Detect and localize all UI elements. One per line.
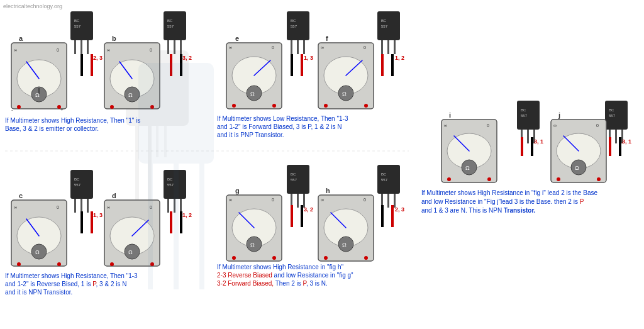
- meter-f: ∞ 0 Ω: [318, 43, 374, 109]
- svg-point-70: [364, 104, 368, 108]
- probe-e-black: [291, 54, 293, 76]
- svg-rect-162: [138, 63, 214, 164]
- svg-text:∞: ∞: [553, 123, 557, 128]
- svg-text:Ω: Ω: [250, 242, 255, 248]
- svg-rect-121: [394, 194, 396, 208]
- meter-e: ∞ 0 Ω: [226, 43, 282, 109]
- svg-rect-163: [148, 164, 153, 289]
- svg-text:0: 0: [364, 198, 366, 202]
- svg-text:557: 557: [167, 183, 174, 187]
- probe-i-red: [521, 137, 523, 156]
- svg-rect-74: [74, 199, 76, 213]
- svg-text:Ω: Ω: [128, 249, 133, 255]
- caption-gh: If Multimeter shows High Resistance in "…: [217, 264, 355, 287]
- svg-rect-75: [80, 199, 82, 213]
- probe-c-black: [80, 211, 83, 233]
- svg-text:∞: ∞: [321, 45, 324, 50]
- fig-label-j: j: [558, 111, 560, 119]
- fig-label-c: c: [19, 192, 23, 199]
- fig-label-d: d: [112, 192, 116, 199]
- probe-a-black: [80, 54, 83, 76]
- svg-text:0: 0: [596, 123, 599, 128]
- probe-g-black: [301, 205, 303, 227]
- svg-point-130: [364, 256, 368, 260]
- svg-rect-164: [174, 164, 179, 289]
- main-diagram: BC 557 ∞ 0 Ω - + 2, 3 a If Multimeter sh…: [0, 0, 644, 329]
- svg-text:Ω: Ω: [575, 165, 579, 171]
- svg-text:Ω: Ω: [465, 165, 470, 171]
- svg-text:Ω: Ω: [35, 249, 40, 255]
- svg-rect-59: [381, 40, 383, 54]
- svg-point-129: [324, 256, 328, 260]
- transistor-c: BC 557: [70, 170, 93, 213]
- svg-rect-106: [303, 194, 305, 208]
- fig-label-a: a: [19, 35, 23, 42]
- svg-rect-105: [297, 194, 299, 208]
- svg-rect-150: [615, 130, 617, 143]
- fig-label-e: e: [235, 35, 239, 42]
- meter-i: ∞ 0 Ω: [441, 120, 497, 182]
- transistor-a: BC 557: [70, 11, 93, 54]
- svg-text:0: 0: [272, 198, 274, 202]
- svg-text:BC: BC: [291, 172, 296, 176]
- label-g: 3, 2: [304, 206, 313, 213]
- svg-point-114: [232, 256, 236, 260]
- svg-text:BC: BC: [167, 19, 173, 23]
- svg-text:0: 0: [272, 45, 274, 50]
- svg-text:+: +: [60, 107, 64, 113]
- fig-label-b: b: [112, 35, 116, 42]
- transistor-e: BC 557: [287, 11, 309, 54]
- transistor-f: BC 557: [377, 11, 400, 54]
- fig-label-i: i: [449, 111, 451, 119]
- svg-text:∞: ∞: [229, 45, 232, 50]
- meter-h: ∞ 0 Ω: [318, 195, 374, 261]
- svg-rect-165: [199, 164, 204, 289]
- meter-c: ∞ 0 Ω: [11, 200, 67, 266]
- svg-text:∞: ∞: [229, 198, 232, 202]
- transistor-j: BC 557: [605, 101, 628, 143]
- svg-text:Ω: Ω: [342, 91, 347, 97]
- svg-point-145: [487, 177, 491, 181]
- svg-rect-60: [387, 40, 389, 54]
- probe-h-black: [381, 205, 384, 227]
- svg-rect-13: [87, 40, 89, 54]
- svg-text:BC: BC: [74, 19, 80, 23]
- svg-rect-135: [527, 130, 529, 143]
- meter-a: ∞ 0 Ω - +: [11, 43, 67, 113]
- svg-rect-29: [167, 40, 169, 54]
- svg-text:∞: ∞: [321, 198, 324, 202]
- svg-text:0: 0: [57, 205, 59, 209]
- label-d: 1, 2: [182, 212, 192, 218]
- probe-j-black: [619, 137, 621, 156]
- svg-text:557: 557: [291, 25, 297, 28]
- svg-text:557: 557: [521, 114, 528, 118]
- svg-point-39: [110, 105, 114, 109]
- svg-rect-45: [297, 40, 299, 54]
- svg-point-84: [17, 262, 21, 266]
- meter-g: ∞ 0 Ω: [226, 195, 282, 261]
- probe-e-red: [301, 54, 303, 76]
- caption-ij: If Multimeter shows High Resistance in "…: [421, 189, 599, 214]
- label-j: 3, 1: [622, 138, 631, 145]
- svg-rect-12: [80, 40, 82, 54]
- fig-label-h: h: [326, 187, 330, 194]
- probe-h-red: [391, 205, 394, 227]
- svg-text:∞: ∞: [107, 48, 110, 52]
- probe-g-red: [291, 205, 293, 227]
- svg-text:∞: ∞: [14, 205, 17, 209]
- label-c: 1, 3: [93, 212, 103, 218]
- label-a-red: 2, 3: [93, 55, 103, 61]
- probe-f-black: [391, 54, 394, 76]
- svg-rect-76: [87, 199, 89, 213]
- label-i: 3, 1: [534, 138, 543, 145]
- svg-point-54: [232, 104, 236, 108]
- transistor-i: BC 557: [517, 101, 540, 143]
- probe-i-black: [531, 137, 533, 156]
- svg-text:BC: BC: [167, 177, 173, 181]
- svg-text:BC: BC: [74, 177, 80, 181]
- svg-point-99: [110, 262, 114, 266]
- svg-text:557: 557: [74, 183, 81, 187]
- svg-text:BC: BC: [291, 19, 296, 23]
- svg-rect-89: [167, 199, 169, 213]
- svg-text:0: 0: [150, 48, 152, 52]
